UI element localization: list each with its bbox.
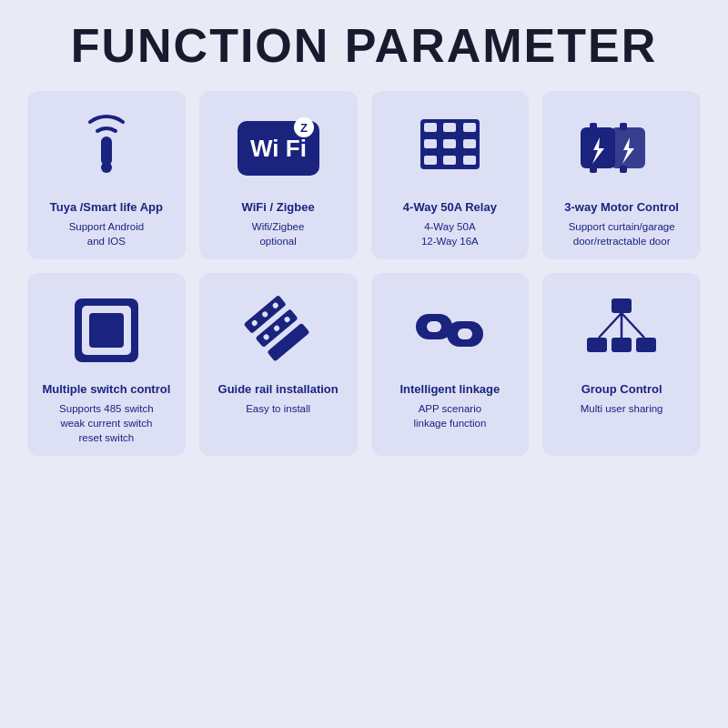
svg-rect-0 (101, 136, 112, 166)
svg-rect-7 (424, 123, 437, 132)
feature-grid: Tuya /Smart life App Support Androidand … (27, 91, 701, 456)
wifi-icon: Wi Fi Z (228, 105, 329, 191)
motor-icon (571, 105, 672, 191)
switch-icon (56, 287, 157, 373)
card-linkage: Intelligent linkage APP scenariolinkage … (371, 273, 530, 456)
svg-rect-12 (463, 139, 476, 148)
card-tuya: Tuya /Smart life App Support Androidand … (27, 91, 186, 259)
guide-icon (228, 287, 329, 373)
relay-icon (399, 105, 500, 191)
card-switch: Multiple switch control Supports 485 swi… (27, 273, 186, 456)
svg-rect-40 (612, 298, 632, 313)
card-tuya-title: Tuya /Smart life App (50, 200, 163, 216)
svg-rect-39 (458, 329, 472, 339)
card-motor-title: 3-way Motor Control (564, 200, 679, 216)
svg-point-1 (101, 162, 112, 173)
svg-rect-18 (590, 166, 597, 173)
card-relay-title: 4-Way 50A Relay (403, 200, 497, 216)
card-wifi-sub: Wifi/Zigbeeoptional (252, 219, 305, 248)
svg-rect-17 (590, 123, 597, 130)
svg-rect-26 (89, 313, 124, 348)
card-guide-sub: Easy to install (246, 401, 310, 416)
linkage-icon (399, 287, 500, 373)
svg-line-43 (622, 313, 644, 338)
svg-rect-44 (587, 338, 607, 352)
svg-line-41 (599, 313, 622, 338)
svg-rect-15 (463, 156, 476, 165)
svg-rect-11 (443, 139, 456, 148)
svg-rect-22 (620, 166, 627, 173)
svg-text:Z: Z (300, 121, 308, 135)
card-guide-title: Guide rail installation (218, 382, 339, 398)
tuya-icon (56, 105, 157, 191)
card-group-sub: Multi user sharing (581, 401, 663, 416)
card-motor-sub: Support curtain/garagedoor/retractable d… (569, 219, 675, 248)
card-tuya-sub: Support Androidand IOS (69, 219, 144, 248)
svg-rect-8 (443, 123, 456, 132)
card-group: Group Control Multi user sharing (542, 273, 701, 456)
page: FUNCTION PARAMETER Tuya /Smart life A (0, 0, 728, 728)
group-icon (571, 287, 672, 373)
card-wifi-title: WiFi / Zigbee (242, 200, 315, 216)
svg-text:Wi Fi: Wi Fi (250, 135, 307, 162)
card-wifi: Wi Fi Z WiFi / Zigbee Wifi/Zigbeeoptiona… (199, 91, 358, 259)
card-group-title: Group Control (581, 382, 662, 398)
card-relay: 4-Way 50A Relay 4-Way 50A12-Way 16A (371, 91, 530, 259)
svg-rect-14 (443, 156, 456, 165)
card-guide: Guide rail installation Easy to install (199, 273, 358, 456)
card-switch-sub: Supports 485 switchweak current switchre… (59, 401, 154, 445)
svg-rect-46 (636, 338, 656, 352)
svg-rect-21 (620, 123, 627, 130)
svg-rect-10 (424, 139, 437, 148)
card-linkage-sub: APP scenariolinkage function (413, 401, 486, 430)
svg-rect-45 (612, 338, 632, 352)
svg-rect-37 (427, 321, 441, 332)
card-switch-title: Multiple switch control (42, 382, 170, 398)
card-relay-sub: 4-Way 50A12-Way 16A (421, 219, 479, 248)
card-motor: 3-way Motor Control Support curtain/gara… (542, 91, 701, 259)
svg-rect-13 (424, 156, 437, 165)
svg-rect-9 (463, 123, 476, 132)
page-title: FUNCTION PARAMETER (71, 18, 658, 73)
card-linkage-title: Intelligent linkage (399, 382, 500, 398)
